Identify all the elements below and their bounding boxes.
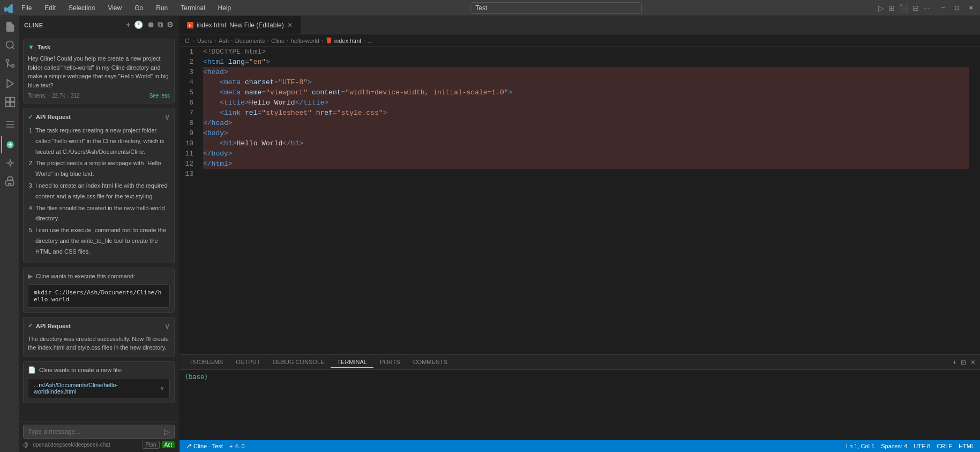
svg-point-10 bbox=[9, 162, 11, 165]
status-position[interactable]: Ln 1, Col 1 bbox=[846, 443, 874, 449]
activity-run[interactable] bbox=[1, 75, 18, 92]
status-spaces[interactable]: Spaces: 4 bbox=[881, 443, 907, 449]
token: </h1> bbox=[282, 139, 303, 147]
tab-label: index.html: New File (Editable) bbox=[197, 21, 284, 29]
terminal-prompt: (base) bbox=[185, 373, 208, 381]
breadcrumb-ash[interactable]: Ash bbox=[219, 38, 229, 44]
close-panel-icon[interactable]: ✕ bbox=[970, 359, 976, 366]
code-editor[interactable]: 1 2 3 4 5 6 7 8 9 10 11 12 13 <!DOCTYPE … bbox=[179, 47, 980, 354]
status-errors[interactable]: + ⚠ 0 bbox=[229, 443, 245, 450]
file-path-box[interactable]: ...rs/Ash/Documents/Cline/hello-world/in… bbox=[28, 378, 170, 398]
open-remote-icon[interactable]: ⊞ bbox=[888, 4, 895, 12]
activity-files[interactable] bbox=[1, 18, 18, 35]
editor-area: H index.html: New File (Editable) ✕ C: ›… bbox=[179, 16, 980, 452]
settings-icon[interactable]: ⚙ bbox=[167, 20, 174, 29]
token: > bbox=[508, 88, 513, 97]
breadcrumb-hello-world[interactable]: hello-world bbox=[291, 38, 319, 44]
api-request-1: ✓ API Request ∨ The task requires creati… bbox=[23, 108, 175, 263]
tab-ports[interactable]: PORTS bbox=[373, 357, 407, 368]
plan-badge[interactable]: Plan bbox=[143, 441, 160, 449]
menu-selection[interactable]: Selection bbox=[65, 3, 98, 13]
command-box: mkdir C:/Users/Ash/Documents/Cline/hello… bbox=[28, 284, 170, 308]
terminal-line: (base) bbox=[185, 373, 975, 381]
svg-rect-7 bbox=[5, 102, 10, 107]
menu-file[interactable]: File bbox=[18, 3, 35, 13]
activity-search[interactable] bbox=[1, 36, 18, 54]
breadcrumb-c[interactable]: C: bbox=[185, 38, 191, 44]
toggle-panel-icon[interactable]: ⬛ bbox=[899, 4, 908, 12]
history-icon[interactable]: 🕐 bbox=[134, 20, 144, 29]
titlebar-actions: ▷ ⊞ ⬛ ⊟ ··· bbox=[878, 4, 930, 12]
token: <title> bbox=[220, 99, 249, 107]
window-controls: ─ □ ✕ bbox=[938, 3, 976, 13]
tab-terminal[interactable]: TERMINAL bbox=[331, 357, 373, 368]
line-num-10: 10 bbox=[185, 138, 193, 149]
breadcrumb-documents[interactable]: Documents bbox=[235, 38, 265, 44]
menu-view[interactable]: View bbox=[104, 3, 125, 13]
run-without-debug-icon[interactable]: ▷ bbox=[878, 4, 884, 12]
see-less-link[interactable]: See less bbox=[149, 93, 170, 99]
minimize-button[interactable]: ─ bbox=[938, 3, 948, 13]
split-terminal-icon[interactable]: ⊟ bbox=[961, 359, 966, 366]
link-icon[interactable]: ⧉ bbox=[158, 20, 163, 29]
tab-close-icon[interactable]: ✕ bbox=[287, 21, 293, 29]
menu-bar: File Edit Selection View Go Run Terminal… bbox=[18, 3, 234, 13]
menu-edit[interactable]: Edit bbox=[41, 3, 59, 13]
breadcrumb-users[interactable]: Users bbox=[197, 38, 213, 44]
layout-icon[interactable]: ⊟ bbox=[912, 4, 919, 12]
tab-bar: H index.html: New File (Editable) ✕ bbox=[179, 16, 980, 35]
line-num-7: 7 bbox=[185, 108, 193, 118]
message-area: ▷ @ openai:deepseek/deepseek-chat Plan A… bbox=[19, 421, 179, 452]
act-badge[interactable]: Act bbox=[162, 441, 175, 448]
activity-extensions[interactable] bbox=[1, 93, 18, 110]
code-line-4: <meta charset="UTF-8"> bbox=[203, 77, 969, 87]
message-input[interactable] bbox=[28, 428, 161, 435]
editor-tab-index-html[interactable]: H index.html: New File (Editable) ✕ bbox=[179, 16, 301, 34]
tab-debug-console[interactable]: DEBUG CONSOLE bbox=[266, 357, 331, 368]
at-symbol[interactable]: @ bbox=[23, 442, 28, 448]
maximize-button[interactable]: □ bbox=[952, 3, 962, 13]
chat-icon[interactable]: ⏺ bbox=[147, 20, 155, 29]
api-collapse-2-icon[interactable]: ∨ bbox=[164, 322, 170, 330]
activity-bar bbox=[0, 16, 19, 452]
panel-actions: + ⊟ ✕ bbox=[953, 359, 976, 366]
tab-output[interactable]: OUTPUT bbox=[229, 357, 266, 368]
activity-git[interactable] bbox=[1, 154, 18, 172]
api-list-item: The project needs a simple webpage with … bbox=[35, 158, 170, 180]
terminal-content[interactable]: (base) bbox=[179, 370, 980, 440]
menu-terminal[interactable]: Terminal bbox=[177, 3, 208, 13]
task-text: Hey Cline! Could you help me create a ne… bbox=[28, 54, 170, 90]
api-request-2-header: ✓ API Request ∨ bbox=[28, 322, 170, 330]
activity-remote[interactable] bbox=[1, 116, 18, 133]
breadcrumb-filename[interactable]: index.html bbox=[334, 38, 361, 44]
send-button[interactable]: ▷ bbox=[164, 427, 170, 436]
menu-go[interactable]: Go bbox=[131, 3, 146, 13]
tab-problems[interactable]: PROBLEMS bbox=[184, 357, 229, 368]
status-eol[interactable]: CRLF bbox=[937, 443, 952, 449]
html-file-icon: H bbox=[187, 22, 193, 28]
activity-python[interactable] bbox=[1, 173, 18, 190]
close-button[interactable]: ✕ bbox=[966, 3, 976, 13]
breadcrumb-cline[interactable]: Cline bbox=[271, 38, 285, 44]
activity-source-control[interactable] bbox=[1, 55, 18, 72]
token: <h1> bbox=[220, 139, 236, 147]
add-icon[interactable]: + bbox=[126, 20, 131, 29]
more-actions-icon[interactable]: ··· bbox=[923, 4, 930, 12]
add-terminal-icon[interactable]: + bbox=[953, 359, 956, 366]
tab-comments[interactable]: COMMENTS bbox=[407, 357, 454, 368]
token: <body> bbox=[203, 129, 228, 137]
status-branch[interactable]: ⎇ Cline - Test bbox=[185, 443, 223, 450]
token: content bbox=[312, 88, 341, 97]
activity-cline[interactable] bbox=[1, 136, 18, 153]
api-collapse-icon[interactable]: ∨ bbox=[164, 113, 170, 121]
titlebar: File Edit Selection View Go Run Terminal… bbox=[0, 0, 980, 16]
menu-run[interactable]: Run bbox=[153, 3, 171, 13]
menu-help[interactable]: Help bbox=[215, 3, 235, 13]
token: "style.css" bbox=[337, 109, 383, 117]
line-num-1: 1 bbox=[185, 47, 193, 57]
token: Hello World bbox=[236, 139, 282, 147]
search-input[interactable] bbox=[470, 2, 642, 14]
status-language[interactable]: HTML bbox=[959, 443, 975, 449]
status-encoding[interactable]: UTF-8 bbox=[914, 443, 930, 449]
svg-rect-6 bbox=[10, 98, 14, 102]
